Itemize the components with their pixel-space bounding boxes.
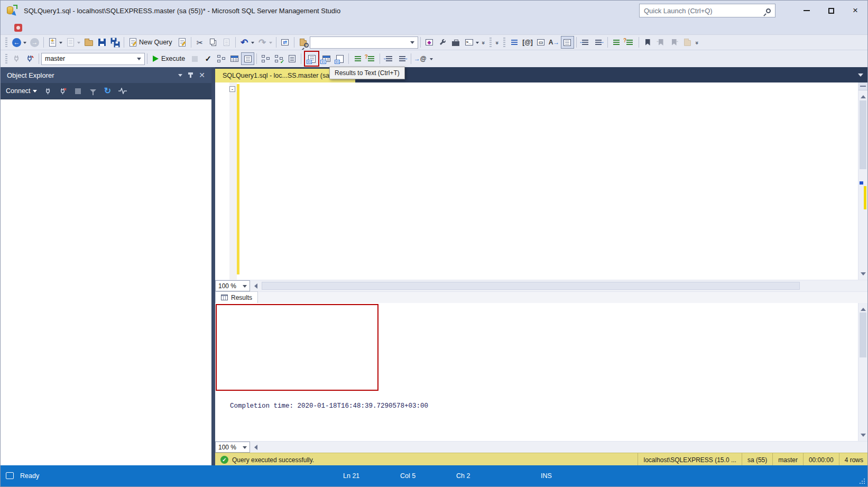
paste-button[interactable] <box>220 36 233 49</box>
disconnect-server-button[interactable] <box>57 85 70 97</box>
save-button[interactable] <box>95 36 108 49</box>
toolbar-overflow-chevron[interactable]: » <box>481 39 487 45</box>
change-connection-button[interactable] <box>23 52 36 65</box>
maximize-button[interactable] <box>819 1 843 21</box>
bookmark-folder-button[interactable] <box>681 36 694 49</box>
sql-editor[interactable]: - <box>215 82 868 280</box>
available-databases-combobox[interactable]: master <box>41 53 145 65</box>
find-combobox[interactable] <box>310 36 418 49</box>
editor-vertical-scrollbar[interactable] <box>858 82 867 280</box>
connect-button[interactable]: Connect <box>6 87 31 95</box>
redo-dropdown[interactable] <box>269 42 272 45</box>
toolbox-button[interactable] <box>449 36 463 49</box>
navigate-back-dropdown[interactable] <box>23 42 26 45</box>
scroll-left-icon[interactable] <box>254 445 257 450</box>
find-combobox-caret[interactable] <box>410 41 414 46</box>
new-project-button[interactable]: ✦ <box>46 36 59 49</box>
comment-lines-button[interactable] <box>351 52 364 65</box>
scrollbar-thumb[interactable] <box>860 313 866 357</box>
decrease-indent-button[interactable] <box>382 52 395 65</box>
query-options-button[interactable] <box>228 52 241 65</box>
toolbar-drag-grip[interactable] <box>5 38 7 48</box>
undo-button[interactable]: ↶ <box>238 36 251 49</box>
uncomment-lines-button[interactable] <box>623 36 636 49</box>
minimize-button[interactable] <box>795 1 819 21</box>
scroll-up-icon[interactable] <box>861 93 866 98</box>
results-horizontal-scrollbar[interactable] <box>250 442 868 453</box>
editor-horizontal-scrollbar[interactable] <box>250 280 868 291</box>
resize-grip[interactable] <box>859 478 865 484</box>
quick-launch-input[interactable]: Quick Launch (Ctrl+Q) <box>639 4 775 17</box>
word-wrap-button[interactable] <box>561 36 574 49</box>
query-shortcuts-icon[interactable]: ⇄ <box>279 36 292 49</box>
code-fold-toggle[interactable]: - <box>229 86 235 92</box>
next-bookmark-button[interactable]: → <box>668 36 681 49</box>
refresh-button[interactable]: ↻ <box>101 85 114 97</box>
comment-lines-button[interactable] <box>610 36 623 49</box>
scrollbar-thumb[interactable] <box>262 282 800 290</box>
specify-template-values-button[interactable]: →@ <box>413 52 427 65</box>
estimated-plan-button[interactable] <box>215 52 228 65</box>
scroll-left-icon[interactable] <box>254 283 257 289</box>
close-button[interactable]: × <box>843 1 867 21</box>
zoom-caret-icon[interactable] <box>243 285 247 290</box>
database-engine-query-icon[interactable] <box>176 36 189 49</box>
scroll-down-icon[interactable] <box>861 272 866 278</box>
panel-close-icon[interactable]: ✕ <box>199 71 205 79</box>
toolbar-drag-grip[interactable] <box>5 54 7 64</box>
undo-dropdown[interactable] <box>251 42 254 45</box>
open-file-button[interactable] <box>82 36 95 49</box>
navigate-forward-button[interactable]: → <box>28 36 41 49</box>
toolbar-drag-grip[interactable] <box>503 38 505 48</box>
splitter-handle[interactable] <box>858 82 867 90</box>
quick-info-button[interactable]: ▭ <box>534 36 548 49</box>
execute-button[interactable]: Execute <box>150 55 188 62</box>
filter-icon[interactable] <box>87 85 99 97</box>
scroll-down-icon[interactable] <box>861 434 866 439</box>
uncomment-lines-button[interactable] <box>364 52 377 65</box>
parse-button[interactable]: ✓ <box>201 52 215 65</box>
template-parameters-button[interactable] <box>259 52 272 65</box>
results-to-grid-button[interactable]: 01 <box>320 52 333 65</box>
activity-monitor-icon[interactable] <box>116 85 129 97</box>
database-combobox-caret[interactable] <box>137 58 141 62</box>
stop-button[interactable] <box>72 85 85 97</box>
increase-indent-button[interactable] <box>395 52 409 65</box>
redo-button[interactable]: ↷ <box>256 36 269 49</box>
scrollbar-thumb[interactable] <box>860 100 866 169</box>
previous-bookmark-button[interactable]: ← <box>654 36 668 49</box>
editor-zoom-select[interactable]: 100 % <box>215 280 250 291</box>
scroll-up-icon[interactable] <box>861 305 866 311</box>
search-icon[interactable] <box>766 8 771 13</box>
live-query-stats-button[interactable] <box>285 52 299 65</box>
profiler-button[interactable]: ◆ <box>423 36 436 49</box>
toolbar-overflow-chevron[interactable]: » <box>494 39 501 45</box>
results-pane[interactable]: Completion time: 2020-01-18T16:48:39.729… <box>215 303 868 441</box>
command-window-dropdown[interactable] <box>476 42 479 45</box>
add-item-button[interactable] <box>64 36 77 49</box>
zoom-caret-icon[interactable] <box>243 446 247 451</box>
feedback-icon[interactable] <box>14 24 22 32</box>
results-to-file-button[interactable]: 01 <box>333 52 346 65</box>
find-in-files-button[interactable] <box>297 36 310 49</box>
connect-button[interactable] <box>10 52 23 65</box>
connect-server-button[interactable] <box>42 85 55 97</box>
member-list-button[interactable] <box>508 36 521 49</box>
tab-list-dropdown-icon[interactable] <box>858 73 863 79</box>
results-zoom-select[interactable]: 100 % <box>215 442 250 453</box>
copy-button[interactable] <box>207 36 220 49</box>
decrease-indent-button[interactable] <box>579 36 592 49</box>
tuning-advisor-button[interactable] <box>436 36 449 49</box>
add-item-dropdown[interactable] <box>77 42 80 45</box>
window-position-icon[interactable] <box>178 74 182 79</box>
toolbar-overflow-chevron[interactable]: » <box>694 39 700 45</box>
results-vertical-scrollbar[interactable] <box>858 303 867 441</box>
toolbar-overflow-caret[interactable] <box>430 58 433 62</box>
actual-plan-button[interactable]: ✓ <box>272 52 285 65</box>
results-to-text-button[interactable]: 01 <box>306 52 317 65</box>
cancel-query-button[interactable] <box>188 52 201 65</box>
toolbar-drag-grip[interactable] <box>490 38 492 48</box>
save-all-button[interactable] <box>108 36 122 49</box>
connect-dropdown-caret[interactable] <box>33 90 37 95</box>
complete-word-button[interactable]: A→ <box>548 36 561 49</box>
